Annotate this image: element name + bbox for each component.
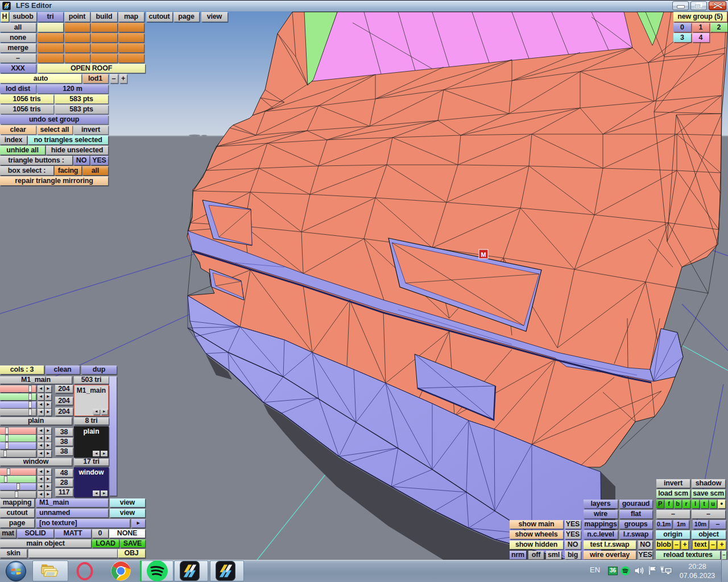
svg-text:M: M bbox=[481, 251, 486, 258]
